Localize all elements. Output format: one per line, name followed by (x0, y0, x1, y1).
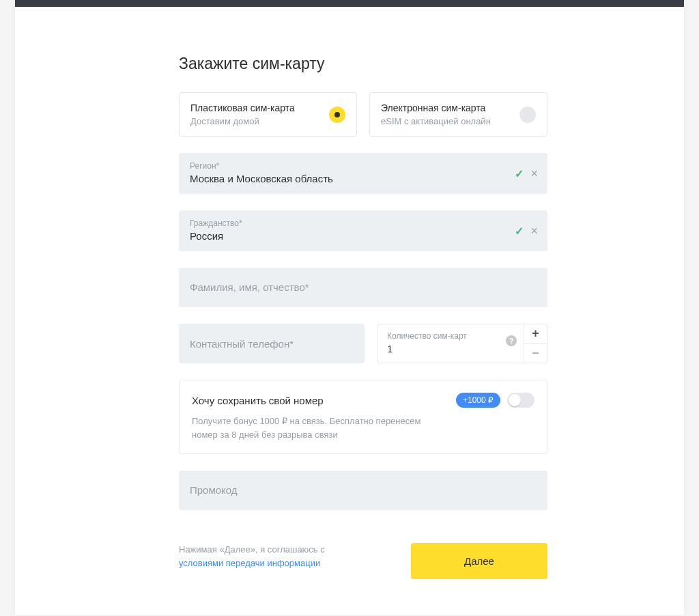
quantity-value: 1 (387, 343, 514, 354)
quantity-box: Количество сим-карт 1 ? + − (377, 324, 547, 363)
quantity-plus-button[interactable]: + (524, 324, 547, 344)
keep-number-toggle[interactable] (507, 393, 534, 408)
fio-placeholder: Фамилия, имя, отчество* (190, 281, 309, 293)
radio-unselected-icon (519, 107, 536, 123)
bonus-badge: +1000 ₽ (456, 393, 500, 408)
phone-placeholder: Контактный телефон* (190, 338, 294, 350)
region-field[interactable]: Регион* Москва и Московская область ✓ × (179, 153, 547, 194)
promo-placeholder: Промокод (190, 484, 238, 496)
terms-link[interactable]: условиями передачи информации (179, 558, 320, 568)
citizenship-value: Россия (190, 230, 537, 242)
keep-number-description: Получите бонус 1000 ₽ на связь. Бесплатн… (192, 415, 444, 441)
sim-option-plastic[interactable]: Пластиковая сим-карта Доставим домой (179, 92, 357, 137)
keep-number-title: Хочу сохранить свой номер (192, 395, 324, 406)
fio-field[interactable]: Фамилия, имя, отчество* (179, 268, 547, 307)
terms-text: Нажимая «Далее», я соглашаюсь с условиям… (179, 543, 356, 570)
help-icon[interactable]: ? (506, 335, 517, 346)
next-button[interactable]: Далее (411, 543, 547, 579)
quantity-label: Количество сим-карт (387, 331, 514, 341)
sim-option-esim[interactable]: Электронная сим-карта eSIM с активацией … (369, 92, 547, 137)
region-label: Регион* (190, 161, 537, 171)
region-value: Москва и Московская область (190, 173, 537, 184)
check-icon: ✓ (515, 167, 524, 180)
sim-plastic-title: Пластиковая сим-карта (190, 102, 295, 113)
top-bar (15, 0, 684, 7)
clear-icon[interactable]: × (530, 224, 538, 238)
sim-esim-title: Электронная сим-карта (381, 102, 491, 113)
clear-icon[interactable]: × (530, 167, 538, 181)
radio-selected-icon (329, 107, 345, 123)
phone-field[interactable]: Контактный телефон* (179, 324, 365, 363)
citizenship-field[interactable]: Гражданство* Россия ✓ × (179, 210, 547, 251)
quantity-minus-button[interactable]: − (524, 344, 547, 363)
sim-plastic-subtitle: Доставим домой (190, 116, 295, 126)
sim-type-options: Пластиковая сим-карта Доставим домой Эле… (179, 92, 547, 137)
promo-field[interactable]: Промокод (179, 471, 547, 510)
sim-esim-subtitle: eSIM с активацией онлайн (381, 116, 491, 126)
citizenship-label: Гражданство* (190, 219, 537, 228)
keep-number-box: Хочу сохранить свой номер +1000 ₽ Получи… (179, 380, 547, 454)
page-title: Закажите сим-карту (179, 55, 547, 73)
check-icon: ✓ (515, 225, 524, 238)
terms-prefix: Нажимая «Далее», я соглашаюсь с (179, 544, 325, 555)
